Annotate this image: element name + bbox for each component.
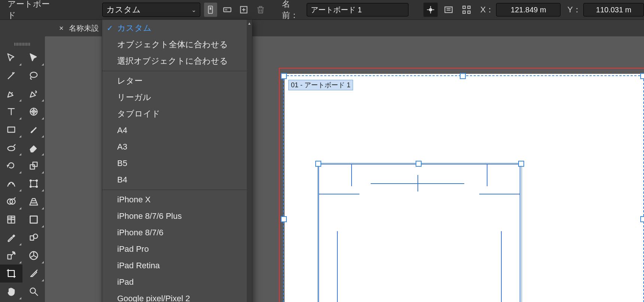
preset-option-label: A4 bbox=[117, 126, 127, 135]
preset-option-label: A3 bbox=[117, 142, 127, 152]
preset-option[interactable]: iPhone 8/7/6 Plus bbox=[102, 208, 252, 224]
slice-tool[interactable] bbox=[22, 265, 45, 283]
eraser-tool[interactable] bbox=[22, 139, 45, 157]
y-input[interactable] bbox=[583, 3, 644, 16]
preset-option[interactable]: レター bbox=[102, 73, 252, 89]
artboard-name-input[interactable] bbox=[307, 3, 408, 16]
dropdown-separator bbox=[102, 71, 252, 71]
svg-point-50 bbox=[14, 252, 15, 253]
svg-point-22 bbox=[12, 92, 13, 94]
dropdown-separator bbox=[102, 190, 252, 190]
magic-wand-tool[interactable] bbox=[0, 67, 22, 85]
preset-option[interactable]: iPad Pro bbox=[102, 241, 252, 257]
rotate-tool[interactable] bbox=[0, 157, 22, 175]
zoom-tool[interactable] bbox=[22, 283, 45, 301]
header-right-icons bbox=[420, 3, 474, 17]
free-transform-tool[interactable] bbox=[22, 175, 45, 193]
panel-grip[interactable] bbox=[14, 43, 31, 46]
reference-point-button[interactable] bbox=[423, 3, 438, 17]
rectangle-tool[interactable] bbox=[0, 121, 22, 139]
artboard-handle[interactable] bbox=[281, 216, 287, 222]
preset-option-label: オブジェクト全体に合わせる bbox=[117, 39, 228, 50]
preset-option[interactable]: タブロイド bbox=[102, 106, 252, 122]
preset-option-label: iPhone 8/7/6 Plus bbox=[117, 211, 182, 221]
artboard-handle[interactable] bbox=[640, 216, 644, 222]
pen-tool[interactable] bbox=[0, 85, 22, 103]
preset-option-label: iPad Pro bbox=[117, 244, 149, 254]
gradient-tool[interactable] bbox=[22, 211, 45, 229]
document-tab[interactable]: × 名称未設 bbox=[52, 23, 106, 33]
preset-option[interactable]: Google pixel/Pixel 2 bbox=[102, 290, 252, 302]
preset-option-label: 選択オブジェクトに合わせる bbox=[117, 55, 228, 67]
preset-selected-label: カスタム bbox=[106, 4, 141, 15]
symbol-sprayer-tool[interactable] bbox=[0, 247, 22, 265]
artboard-selection[interactable] bbox=[283, 75, 644, 302]
close-tab-icon[interactable]: × bbox=[59, 24, 64, 33]
preset-option[interactable]: B4 bbox=[102, 172, 252, 188]
preset-option-label: Google pixel/Pixel 2 bbox=[117, 294, 190, 302]
preset-option[interactable]: A4 bbox=[102, 122, 252, 139]
scale-tool[interactable] bbox=[22, 157, 45, 175]
shape-builder-tool[interactable] bbox=[0, 193, 22, 211]
svg-point-37 bbox=[36, 186, 37, 187]
artboard-options-button[interactable] bbox=[441, 3, 456, 17]
new-artboard-button[interactable] bbox=[237, 3, 250, 17]
trash-icon bbox=[256, 5, 265, 15]
chevron-down-icon: ⌄ bbox=[191, 6, 196, 13]
shaper-tool[interactable] bbox=[0, 139, 22, 157]
orientation-portrait-button[interactable] bbox=[204, 3, 217, 17]
hand-tool[interactable] bbox=[0, 283, 22, 301]
check-icon: ✓ bbox=[107, 24, 113, 33]
preset-option[interactable]: A3 bbox=[102, 139, 252, 155]
mesh-tool[interactable] bbox=[0, 211, 22, 229]
paintbrush-tool[interactable] bbox=[22, 121, 45, 139]
preset-option-label: タブロイド bbox=[117, 108, 160, 120]
preset-option[interactable]: iPhone X bbox=[102, 191, 252, 208]
preset-option-label: B5 bbox=[117, 158, 127, 168]
preset-option[interactable]: リーガル bbox=[102, 89, 252, 106]
preset-option[interactable]: iPhone 8/7/6 bbox=[102, 224, 252, 241]
preset-option[interactable]: iPad bbox=[102, 274, 252, 290]
svg-point-52 bbox=[14, 253, 15, 254]
preset-option-label: リーガル bbox=[117, 92, 151, 103]
type-tool[interactable] bbox=[0, 103, 22, 121]
document-tab-bar: × 名称未設 bbox=[0, 20, 644, 37]
preset-option[interactable]: 選択オブジェクトに合わせる bbox=[102, 53, 252, 69]
preset-dropdown[interactable]: ▴ ✓カスタムオブジェクト全体に合わせる選択オブジェクトに合わせるレターリーガル… bbox=[102, 19, 252, 302]
width-tool[interactable] bbox=[0, 175, 22, 193]
svg-point-31 bbox=[9, 183, 10, 184]
preset-option[interactable]: オブジェクト全体に合わせる bbox=[102, 36, 252, 53]
column-graph-tool[interactable] bbox=[22, 247, 45, 265]
x-input[interactable] bbox=[496, 3, 561, 16]
svg-point-32 bbox=[13, 183, 13, 184]
preset-option[interactable]: iPad Retina bbox=[102, 257, 252, 274]
curvature-tool[interactable] bbox=[22, 85, 45, 103]
y-label: Y： bbox=[567, 4, 581, 15]
preset-dropdown-trigger[interactable]: カスタム ⌄ bbox=[102, 3, 200, 17]
artboard-handle[interactable] bbox=[640, 73, 644, 79]
preset-option[interactable]: ✓カスタム bbox=[102, 20, 252, 36]
eyedropper-tool[interactable] bbox=[0, 229, 22, 247]
selection-tool[interactable] bbox=[0, 49, 22, 67]
artboard-handle[interactable] bbox=[281, 73, 287, 79]
artboard-label[interactable]: 01 - アートボード 1 bbox=[288, 80, 353, 90]
svg-rect-46 bbox=[30, 216, 37, 223]
orientation-landscape-button[interactable] bbox=[221, 3, 234, 17]
lasso-tool[interactable] bbox=[22, 67, 45, 85]
preset-option-label: iPad Retina bbox=[117, 261, 160, 271]
preset-option-label: カスタム bbox=[117, 22, 152, 34]
delete-artboard-button[interactable] bbox=[254, 3, 267, 17]
svg-rect-33 bbox=[31, 181, 37, 187]
mode-title: アートボード bbox=[0, 0, 61, 21]
preset-option[interactable]: B5 bbox=[102, 155, 252, 172]
svg-point-9 bbox=[429, 8, 432, 12]
artboard-tool[interactable] bbox=[0, 265, 22, 283]
svg-rect-49 bbox=[8, 255, 11, 259]
grid-toggle-button[interactable] bbox=[459, 3, 474, 17]
svg-rect-19 bbox=[463, 11, 465, 13]
direct-selection-tool[interactable] bbox=[22, 49, 45, 67]
polar-grid-tool[interactable] bbox=[22, 103, 45, 121]
artboard-handle[interactable] bbox=[460, 73, 466, 79]
perspective-grid-tool[interactable] bbox=[22, 193, 45, 211]
blend-tool[interactable] bbox=[22, 229, 45, 247]
